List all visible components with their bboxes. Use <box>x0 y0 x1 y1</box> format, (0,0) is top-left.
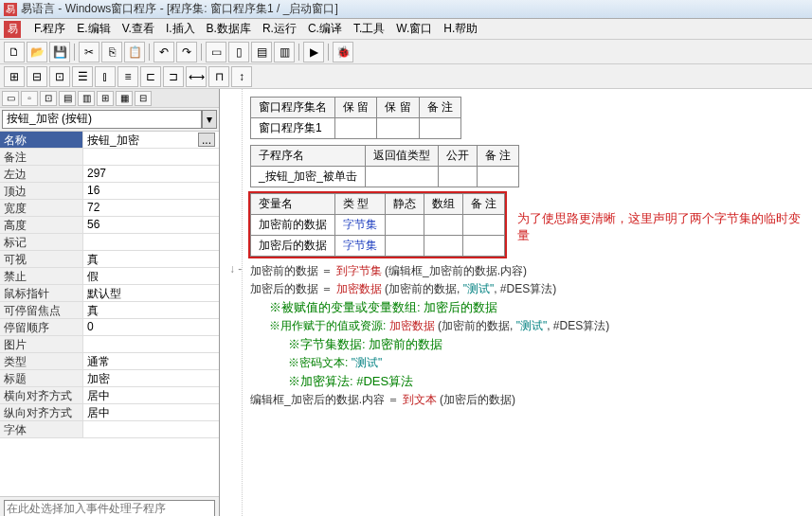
prop-value[interactable] <box>83 336 219 352</box>
prop-row[interactable]: 顶边16 <box>0 183 219 200</box>
prop-row[interactable]: 图片 <box>0 336 219 353</box>
prop-value[interactable]: 真 <box>83 251 219 267</box>
layout1-icon[interactable]: ▭ <box>206 42 226 62</box>
prop-row[interactable]: 标题加密 <box>0 370 219 387</box>
prop-name: 横向对齐方式 <box>0 387 83 403</box>
prop-value[interactable] <box>83 234 219 250</box>
code-line-3[interactable]: 编辑框_加密后的数据.内容 ＝ 到文本 (加密后的数据) <box>250 391 808 409</box>
code-area[interactable]: 窗口程序集名 保 留 保 留 备 注 窗口程序集1 子程序名 返回值类型 公开 … <box>220 89 812 516</box>
cut-icon[interactable]: ✂ <box>79 42 99 62</box>
ellipsis-button[interactable]: ... <box>198 133 215 147</box>
prop-value[interactable]: 假 <box>83 268 219 284</box>
prop-value[interactable]: 56 <box>83 217 219 233</box>
align10-icon[interactable]: ⊓ <box>208 66 229 87</box>
panel-btn-5[interactable]: ▥ <box>78 91 95 106</box>
event-selector[interactable] <box>4 500 215 516</box>
panel-btn-2[interactable]: ▫ <box>21 91 38 106</box>
prop-value[interactable] <box>83 149 219 165</box>
prop-value[interactable]: 通常 <box>83 353 219 369</box>
align4-icon[interactable]: ☰ <box>72 66 93 87</box>
menu-window[interactable]: W.窗口 <box>390 19 438 39</box>
menu-database[interactable]: B.数据库 <box>201 19 257 39</box>
prop-row[interactable]: 可停留焦点真 <box>0 302 219 319</box>
prop-name: 可视 <box>0 251 83 267</box>
prop-value[interactable]: 加密 <box>83 370 219 386</box>
component-dropdown[interactable]: 按钮_加密 (按钮) <box>2 110 202 129</box>
copy-icon[interactable]: ⎘ <box>101 42 122 62</box>
fold-marker-icon[interactable]: ↓ - <box>229 262 242 276</box>
code-line-1[interactable]: 加密前的数据 ＝ 到字节集 (编辑框_加密前的数据.内容) <box>250 262 808 280</box>
property-panel: ▭ ▫ ⊡ ▤ ▥ ⊞ ▦ ⊟ 按钮_加密 (按钮) ▾ 名称 按钮_加密...… <box>0 89 220 516</box>
align3-icon[interactable]: ⊡ <box>49 66 70 87</box>
prop-value[interactable]: 297 <box>83 166 219 182</box>
code-line-2[interactable]: 加密后的数据 ＝ 加密数据 (加密前的数据, "测试", #DES算法) <box>250 280 808 298</box>
align7-icon[interactable]: ⊏ <box>140 66 161 87</box>
align2-icon[interactable]: ⊟ <box>27 66 47 87</box>
panel-btn-3[interactable]: ⊡ <box>40 91 57 106</box>
prop-name: 图片 <box>0 336 83 352</box>
dropdown-arrow-icon[interactable]: ▾ <box>202 110 217 129</box>
layout3-icon[interactable]: ▤ <box>251 42 272 62</box>
prop-row[interactable]: 停留顺序0 <box>0 319 219 336</box>
var-row-2[interactable]: 加密后的数据 字节集 <box>251 236 505 257</box>
prop-value[interactable] <box>83 421 219 437</box>
prop-row[interactable]: 纵向对齐方式居中 <box>0 404 219 421</box>
prop-row[interactable]: 横向对齐方式居中 <box>0 387 219 404</box>
prop-row[interactable]: 标记 <box>0 234 219 251</box>
prop-row[interactable]: 可视真 <box>0 251 219 268</box>
prop-row[interactable]: 类型通常 <box>0 353 219 370</box>
menu-help[interactable]: H.帮助 <box>438 19 483 39</box>
menu-program[interactable]: F.程序 <box>28 19 71 39</box>
panel-btn-7[interactable]: ▦ <box>116 91 133 106</box>
menu-insert[interactable]: I.插入 <box>160 19 201 39</box>
prop-header-val[interactable]: 按钮_加密... <box>83 132 219 148</box>
save-icon[interactable]: 💾 <box>49 42 70 62</box>
var-row-1[interactable]: 加密前的数据 字节集 <box>251 215 505 236</box>
prop-row[interactable]: 左边297 <box>0 166 219 183</box>
redo-icon[interactable]: ↷ <box>176 42 197 62</box>
prop-value[interactable]: 默认型 <box>83 285 219 301</box>
prop-value[interactable]: 真 <box>83 302 219 318</box>
th-remark3: 备 注 <box>463 194 505 215</box>
menu-tools[interactable]: T.工具 <box>348 19 390 39</box>
menu-edit[interactable]: E.编辑 <box>71 19 116 39</box>
prop-row[interactable]: 备注 <box>0 149 219 166</box>
menu-compile[interactable]: C.编译 <box>302 19 348 39</box>
new-icon[interactable]: 🗋 <box>4 42 25 62</box>
prop-value[interactable]: 16 <box>83 183 219 199</box>
prop-value[interactable]: 居中 <box>83 387 219 403</box>
prop-name: 宽度 <box>0 200 83 216</box>
td-assembly-name[interactable]: 窗口程序集1 <box>251 118 335 139</box>
undo-icon[interactable]: ↶ <box>153 42 174 62</box>
debug-icon[interactable]: 🐞 <box>333 42 353 62</box>
layout2-icon[interactable]: ▯ <box>228 42 249 62</box>
td-sub-name[interactable]: _按钮_加密_被单击 <box>251 167 366 187</box>
prop-name: 标记 <box>0 234 83 250</box>
code-editor: 窗口程序集名 保 留 保 留 备 注 窗口程序集1 子程序名 返回值类型 公开 … <box>220 89 812 516</box>
paste-icon[interactable]: 📋 <box>124 42 145 62</box>
prop-row[interactable]: 宽度72 <box>0 200 219 217</box>
align1-icon[interactable]: ⊞ <box>4 66 25 87</box>
panel-btn-8[interactable]: ⊟ <box>135 91 152 106</box>
align6-icon[interactable]: ≡ <box>117 66 138 87</box>
prop-value[interactable]: 0 <box>83 319 219 335</box>
run-icon[interactable]: ▶ <box>303 42 324 62</box>
annotation-text: 为了使思路更清晰，这里声明了两个字节集的临时变量 <box>517 210 811 244</box>
align5-icon[interactable]: ⫿ <box>95 66 116 87</box>
panel-btn-4[interactable]: ▤ <box>59 91 76 106</box>
panel-btn-1[interactable]: ▭ <box>2 91 19 106</box>
prop-value[interactable]: 72 <box>83 200 219 216</box>
prop-row[interactable]: 鼠标指针默认型 <box>0 285 219 302</box>
prop-row[interactable]: 字体 <box>0 421 219 438</box>
layout4-icon[interactable]: ▥ <box>274 42 295 62</box>
prop-row[interactable]: 禁止假 <box>0 268 219 285</box>
align8-icon[interactable]: ⊐ <box>163 66 184 87</box>
align11-icon[interactable]: ↕ <box>231 66 252 87</box>
open-icon[interactable]: 📂 <box>27 42 47 62</box>
prop-value[interactable]: 居中 <box>83 404 219 420</box>
align9-icon[interactable]: ⟷ <box>186 66 207 87</box>
panel-btn-6[interactable]: ⊞ <box>97 91 114 106</box>
menu-run[interactable]: R.运行 <box>257 19 302 39</box>
menu-view[interactable]: V.查看 <box>117 19 160 39</box>
prop-row[interactable]: 高度56 <box>0 217 219 234</box>
